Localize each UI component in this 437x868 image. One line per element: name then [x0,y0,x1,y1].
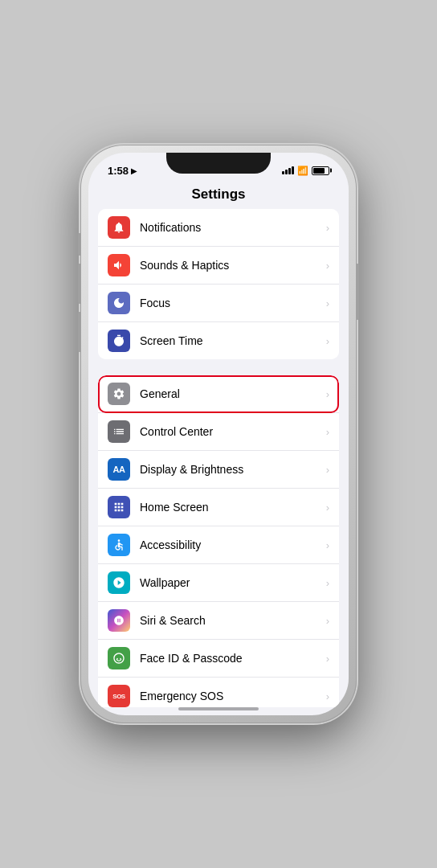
focus-chevron: › [326,297,329,309]
settings-row-notifications[interactable]: Notifications › [98,209,339,247]
homescreen-icon [108,496,130,518]
siri-icon [108,609,130,632]
svg-point-0 [118,539,120,542]
settings-row-display[interactable]: AA Display & Brightness › [98,451,339,489]
settings-row-accessibility[interactable]: Accessibility › [98,526,339,564]
general-label: General [140,387,323,400]
mute-button [78,233,80,256]
display-label: Display & Brightness [140,463,323,476]
notifications-icon [108,216,130,239]
screentime-icon [108,330,130,352]
settings-row-siri[interactable]: Siri & Search › [98,602,339,640]
sounds-chevron: › [326,260,329,272]
controlcenter-chevron: › [326,426,329,438]
settings-row-faceid[interactable]: Face ID & Passcode › [98,640,339,678]
home-bar [178,707,259,710]
focus-icon [108,292,130,314]
volume-down-button [78,312,80,352]
settings-row-homescreen[interactable]: Home Screen › [98,489,339,526]
power-button [357,264,359,320]
phone-screen: 1:58 ▶ 📶 Settings [88,153,349,715]
faceid-icon [108,647,130,669]
settings-row-sounds[interactable]: Sounds & Haptics › [98,247,339,285]
controlcenter-icon [108,420,130,443]
emergency-chevron: › [326,690,329,702]
status-time: 1:58 [108,165,129,177]
display-icon: AA [108,458,130,481]
general-row-container: General › [98,375,339,413]
emergency-label: Emergency SOS [140,690,323,702]
accessibility-label: Accessibility [140,538,323,551]
controlcenter-label: Control Center [140,425,323,438]
volume-up-button [78,264,80,304]
settings-row-wallpaper[interactable]: Wallpaper › [98,564,339,602]
status-icons: 📶 [282,166,329,176]
settings-group-2: General › Control Center › AA Display & … [98,375,339,707]
faceid-label: Face ID & Passcode [140,652,323,665]
display-chevron: › [326,464,329,476]
homescreen-label: Home Screen [140,501,323,514]
settings-group-1: Notifications › Sounds & Haptics › Focus… [98,209,339,359]
emergency-icon: SOS [108,685,130,707]
wallpaper-chevron: › [326,577,329,589]
settings-row-emergency[interactable]: SOS Emergency SOS › [98,678,339,707]
focus-label: Focus [140,297,323,309]
location-icon: ▶ [131,166,137,175]
faceid-chevron: › [326,653,329,665]
settings-scroll[interactable]: Notifications › Sounds & Haptics › Focus… [88,209,349,707]
sounds-label: Sounds & Haptics [140,259,323,272]
screentime-chevron: › [326,335,329,347]
settings-row-control-center[interactable]: Control Center › [98,413,339,451]
battery-icon [312,166,329,175]
phone-frame: 1:58 ▶ 📶 Settings [80,145,357,723]
settings-row-screentime[interactable]: Screen Time › [98,322,339,359]
wallpaper-icon [108,571,130,594]
notifications-label: Notifications [140,221,323,234]
wallpaper-label: Wallpaper [140,576,323,589]
accessibility-icon [108,534,130,556]
wifi-icon: 📶 [297,166,308,176]
settings-row-general[interactable]: General › [98,375,339,413]
general-chevron: › [326,388,329,400]
settings-row-focus[interactable]: Focus › [98,285,339,322]
sounds-icon [108,254,130,276]
siri-chevron: › [326,615,329,627]
general-icon [108,383,130,405]
siri-label: Siri & Search [140,614,323,627]
screentime-label: Screen Time [140,334,323,347]
notch [166,153,271,174]
signal-icon [282,166,294,174]
homescreen-chevron: › [326,502,329,514]
page-title: Settings [88,183,349,209]
accessibility-chevron: › [326,539,329,551]
notifications-chevron: › [326,222,329,234]
